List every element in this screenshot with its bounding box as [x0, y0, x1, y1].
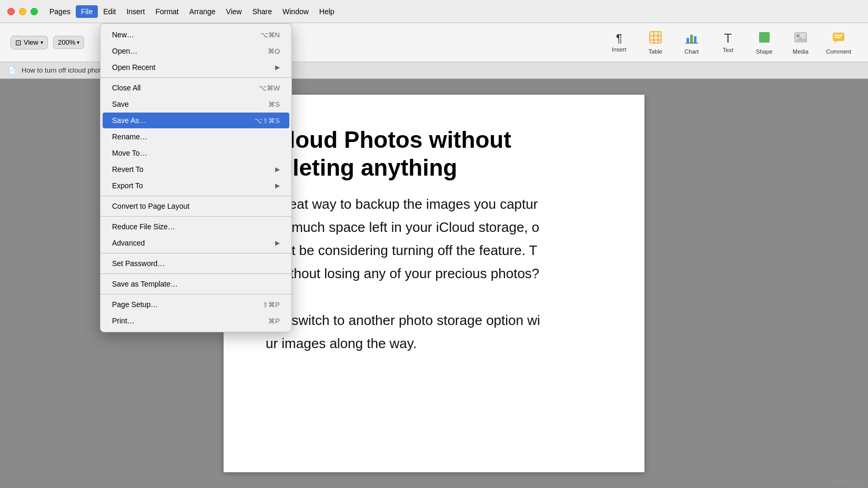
- menu-window[interactable]: Window: [277, 5, 314, 18]
- document-body: a great way to backup the images you cap…: [266, 192, 602, 355]
- menu-item-revert-to[interactable]: Revert To ▶: [103, 161, 289, 177]
- menu-item-open-recent[interactable]: Open Recent ▶: [103, 59, 289, 75]
- menu-format[interactable]: Format: [150, 5, 184, 18]
- toolbar-tools: ¶ Insert Table: [602, 27, 857, 58]
- toolbar-left: ⊡ View ▾ 200% ▾: [11, 36, 84, 49]
- menu-item-close-all[interactable]: Close All ⌥⌘W: [103, 80, 289, 96]
- menu-item-page-setup-label: Page Setup…: [112, 300, 158, 309]
- separator-6: [100, 294, 291, 294]
- menu-item-set-password-label: Set Password…: [112, 259, 165, 268]
- zoom-label: 200%: [58, 38, 75, 46]
- menu-item-reduce-label: Reduce File Size…: [112, 222, 175, 231]
- separator-1: [100, 77, 291, 78]
- menu-item-rename-label: Rename…: [112, 133, 147, 141]
- insert-icon: ¶: [616, 33, 622, 44]
- view-chevron-icon: ▾: [41, 39, 43, 45]
- menu-item-save-shortcut: ⌘S: [268, 100, 280, 108]
- zoom-button[interactable]: 200% ▾: [53, 36, 84, 49]
- table-tool-button[interactable]: Table: [638, 27, 672, 58]
- menu-item-open-label: Open…: [112, 47, 137, 55]
- menu-item-save-template[interactable]: Save as Template…: [103, 276, 289, 292]
- svg-marker-15: [835, 41, 837, 43]
- menu-item-open-recent-label: Open Recent: [112, 63, 156, 72]
- advanced-arrow-icon: ▶: [275, 239, 280, 247]
- close-button[interactable]: [7, 8, 15, 15]
- menu-item-close-all-shortcut: ⌥⌘W: [259, 84, 280, 92]
- comment-tool-label: Comment: [826, 48, 851, 55]
- menu-item-advanced[interactable]: Advanced ▶: [103, 235, 289, 251]
- menu-item-open-shortcut: ⌘O: [268, 47, 280, 55]
- menu-item-rename[interactable]: Rename…: [103, 129, 289, 145]
- menu-item-save-as[interactable]: Save As… ⌥⇧⌘S: [103, 113, 289, 128]
- media-tool-button[interactable]: Media: [783, 27, 817, 58]
- menu-item-reduce[interactable]: Reduce File Size…: [103, 219, 289, 235]
- traffic-lights: [0, 8, 38, 15]
- insert-tool-label: Insert: [612, 46, 627, 53]
- shape-tool-button[interactable]: Shape: [747, 27, 781, 58]
- watermark: wsxdn.com: [833, 479, 862, 485]
- revert-to-arrow-icon: ▶: [275, 166, 280, 173]
- menu-item-close-all-label: Close All: [112, 84, 140, 92]
- menu-item-save-label: Save: [112, 100, 129, 108]
- shape-icon: [758, 30, 771, 46]
- menu-bar: Pages File Edit Insert Format Arrange Vi…: [41, 5, 340, 18]
- menu-item-save[interactable]: Save ⌘S: [103, 96, 289, 112]
- menu-arrange[interactable]: Arrange: [184, 5, 221, 18]
- text-tool-button[interactable]: T Text: [711, 29, 745, 56]
- svg-rect-7: [690, 35, 693, 43]
- separator-5: [100, 273, 291, 274]
- svg-rect-10: [759, 32, 770, 43]
- menu-item-set-password[interactable]: Set Password…: [103, 256, 289, 271]
- minimize-button[interactable]: [19, 8, 26, 15]
- menu-item-save-as-shortcut: ⌥⇧⌘S: [255, 117, 280, 125]
- chart-tool-label: Chart: [684, 48, 699, 55]
- menu-item-new[interactable]: New… ⌥⌘N: [103, 27, 289, 43]
- comment-icon: [832, 30, 845, 46]
- menu-pages[interactable]: Pages: [44, 5, 76, 18]
- menu-item-page-setup[interactable]: Page Setup… ⇧⌘P: [103, 297, 289, 312]
- menu-item-move-to[interactable]: Move To…: [103, 145, 289, 161]
- top-bar: Pages File Edit Insert Format Arrange Vi…: [0, 0, 868, 23]
- text-tool-label: Text: [723, 47, 733, 53]
- menu-item-advanced-label: Advanced: [112, 239, 145, 247]
- menu-file[interactable]: File: [76, 5, 98, 18]
- view-label: View: [24, 38, 38, 46]
- insert-tool-button[interactable]: ¶ Insert: [602, 29, 636, 56]
- menu-item-convert-label: Convert to Page Layout: [112, 202, 189, 210]
- fullscreen-button[interactable]: [31, 8, 38, 15]
- menu-item-save-template-label: Save as Template…: [112, 280, 178, 288]
- svg-rect-0: [650, 32, 661, 43]
- menu-edit[interactable]: Edit: [98, 5, 121, 18]
- media-tool-label: Media: [793, 48, 809, 55]
- svg-rect-8: [694, 36, 697, 43]
- menu-item-page-setup-shortcut: ⇧⌘P: [263, 301, 280, 309]
- shape-tool-label: Shape: [756, 48, 773, 55]
- export-to-arrow-icon: ▶: [275, 182, 280, 189]
- file-menu-dropdown[interactable]: New… ⌥⌘N Open… ⌘O Open Recent ▶ Close Al…: [100, 23, 292, 332]
- menu-insert[interactable]: Insert: [121, 5, 150, 18]
- menu-item-export-to[interactable]: Export To ▶: [103, 178, 289, 194]
- menu-view[interactable]: View: [221, 5, 247, 18]
- comment-tool-button[interactable]: Comment: [820, 27, 857, 58]
- menu-help[interactable]: Help: [314, 5, 340, 18]
- menu-item-convert[interactable]: Convert to Page Layout: [103, 198, 289, 214]
- menu-share[interactable]: Share: [247, 5, 277, 18]
- menu-item-save-as-label: Save As…: [112, 116, 146, 125]
- menu-item-new-label: New…: [112, 30, 134, 39]
- view-button[interactable]: ⊡ View ▾: [11, 36, 48, 49]
- menu-item-print-label: Print…: [112, 317, 135, 325]
- table-icon: [649, 30, 662, 46]
- separator-4: [100, 253, 291, 253]
- menu-item-open[interactable]: Open… ⌘O: [103, 43, 289, 59]
- menu-item-new-shortcut: ⌥⌘N: [260, 31, 280, 39]
- menu-item-revert-to-label: Revert To: [112, 165, 144, 174]
- zoom-chevron-icon: ▾: [77, 39, 79, 45]
- text-icon: T: [724, 32, 732, 45]
- view-icon: ⊡: [15, 38, 22, 47]
- media-icon: [794, 30, 808, 46]
- menu-item-move-to-label: Move To…: [112, 149, 147, 157]
- chart-tool-button[interactable]: Chart: [674, 27, 709, 58]
- menu-item-print[interactable]: Print… ⌘P: [103, 313, 289, 329]
- svg-point-12: [796, 34, 800, 37]
- open-recent-arrow-icon: ▶: [275, 64, 280, 71]
